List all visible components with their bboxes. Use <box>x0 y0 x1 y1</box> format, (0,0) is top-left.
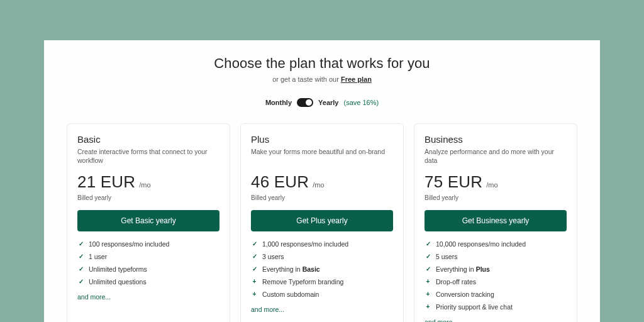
plans-grid: Basic Create interactive forms that conn… <box>67 123 577 322</box>
plus-icon: + <box>425 278 431 285</box>
feature-text: 100 responses/mo included <box>89 240 169 248</box>
plan-price: 21 EUR <box>77 172 135 192</box>
feature-item: ✓10,000 responses/mo included <box>425 240 567 248</box>
price-row: 46 EUR /mo <box>251 172 393 192</box>
price-period: /mo <box>313 181 324 189</box>
plan-price: 46 EUR <box>251 172 309 192</box>
get-basic-button[interactable]: Get Basic yearly <box>77 210 219 231</box>
feature-item: ✓Everything in Plus <box>425 265 567 273</box>
check-icon: ✓ <box>425 253 431 260</box>
feature-text: Unlimited questions <box>89 278 147 286</box>
feature-list: ✓10,000 responses/mo included ✓5 users ✓… <box>425 240 567 311</box>
feature-item: ✓Unlimited questions <box>77 278 219 286</box>
price-row: 75 EUR /mo <box>425 172 567 192</box>
check-icon: ✓ <box>77 240 84 247</box>
price-period: /mo <box>139 181 150 189</box>
feature-text: Everything in Plus <box>436 265 490 273</box>
plan-tagline: Analyze performance and do more with you… <box>425 147 567 165</box>
plan-card-plus: Plus Make your forms more beautiful and … <box>240 123 404 322</box>
price-period: /mo <box>486 181 497 189</box>
feature-text: Conversion tracking <box>436 291 494 298</box>
feature-item: +Conversion tracking <box>425 291 567 298</box>
subtitle: or get a taste with our Free plan <box>67 75 577 83</box>
billing-toggle: Monthly Yearly (save 16%) <box>67 98 577 107</box>
check-icon: ✓ <box>77 278 84 285</box>
and-more-link[interactable]: and more... <box>425 318 567 322</box>
feature-item: ✓Unlimited typeforms <box>77 265 219 273</box>
feature-item: +Remove Typeform branding <box>251 278 393 286</box>
feature-item: ✓1,000 responses/mo included <box>251 240 393 248</box>
feature-item: ✓1 user <box>77 253 219 260</box>
plan-name: Business <box>425 134 567 145</box>
plan-name: Basic <box>77 134 219 145</box>
feature-item: ✓100 responses/mo included <box>77 240 219 248</box>
feature-text: Everything in Basic <box>262 265 320 273</box>
toggle-label-yearly[interactable]: Yearly <box>318 99 338 106</box>
plus-icon: + <box>251 278 258 285</box>
toggle-label-monthly[interactable]: Monthly <box>265 99 292 106</box>
check-icon: ✓ <box>425 240 431 247</box>
billing-note: Billed yearly <box>77 194 219 201</box>
subtitle-prefix: or get a taste with our <box>272 75 341 83</box>
check-icon: ✓ <box>77 253 84 260</box>
save-badge: (save 16%) <box>343 99 379 106</box>
get-business-button[interactable]: Get Business yearly <box>425 210 567 231</box>
plan-tagline: Create interactive forms that connect to… <box>77 147 219 165</box>
feature-text: 10,000 responses/mo included <box>436 240 526 248</box>
feature-text: Unlimited typeforms <box>89 265 147 273</box>
plan-name: Plus <box>251 134 393 145</box>
plan-tagline: Make your forms more beautiful and on-br… <box>251 147 393 165</box>
plan-price: 75 EUR <box>425 172 482 192</box>
check-icon: ✓ <box>251 240 258 247</box>
free-plan-link[interactable]: Free plan <box>341 75 372 83</box>
feature-item: +Custom subdomain <box>251 291 393 298</box>
billing-toggle-switch[interactable] <box>297 98 313 107</box>
feature-list: ✓100 responses/mo included ✓1 user ✓Unli… <box>77 240 219 286</box>
feature-text: Custom subdomain <box>262 291 319 298</box>
plus-icon: + <box>251 291 258 297</box>
feature-text: Remove Typeform branding <box>262 278 343 286</box>
feature-item: ✓3 users <box>251 253 393 260</box>
feature-item: +Drop-off rates <box>425 278 567 286</box>
check-icon: ✓ <box>425 265 431 272</box>
feature-text: Priority support & live chat <box>436 303 513 311</box>
billing-note: Billed yearly <box>425 194 567 201</box>
feature-text: 3 users <box>262 253 284 260</box>
price-row: 21 EUR /mo <box>77 172 219 192</box>
header: Choose the plan that works for you or ge… <box>67 55 577 107</box>
feature-text: Drop-off rates <box>436 278 476 286</box>
billing-note: Billed yearly <box>251 194 393 201</box>
feature-text: 1 user <box>89 253 107 260</box>
plus-icon: + <box>425 303 431 310</box>
check-icon: ✓ <box>251 265 258 272</box>
page-title: Choose the plan that works for you <box>67 55 577 72</box>
feature-item: +Priority support & live chat <box>425 303 567 311</box>
check-icon: ✓ <box>77 265 84 272</box>
feature-list: ✓1,000 responses/mo included ✓3 users ✓E… <box>251 240 393 298</box>
feature-item: ✓Everything in Basic <box>251 265 393 273</box>
check-icon: ✓ <box>251 253 258 260</box>
feature-text: 1,000 responses/mo included <box>262 240 348 248</box>
feature-text: 5 users <box>436 253 457 260</box>
feature-item: ✓5 users <box>425 253 567 260</box>
and-more-link[interactable]: and more... <box>251 306 393 313</box>
and-more-link[interactable]: and more... <box>77 293 219 301</box>
plan-card-basic: Basic Create interactive forms that conn… <box>67 123 230 322</box>
plus-icon: + <box>425 291 431 297</box>
pricing-panel: Choose the plan that works for you or ge… <box>44 40 600 322</box>
get-plus-button[interactable]: Get Plus yearly <box>251 210 393 231</box>
plan-card-business: Business Analyze performance and do more… <box>414 123 577 322</box>
